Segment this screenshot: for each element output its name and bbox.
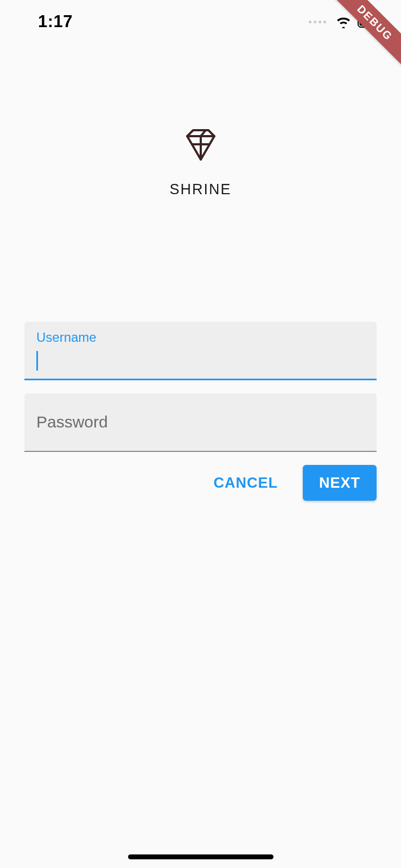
home-indicator	[128, 854, 273, 859]
login-screen: SHRINE Username Password CANCEL NEXT	[0, 0, 401, 501]
app-name: SHRINE	[169, 181, 231, 198]
password-label: Password	[36, 413, 108, 431]
username-label: Username	[36, 330, 97, 345]
password-field[interactable]: Password	[24, 393, 377, 452]
button-bar: CANCEL NEXT	[24, 465, 377, 501]
text-caret	[36, 351, 38, 371]
cancel-button[interactable]: CANCEL	[197, 465, 294, 501]
logo-block: SHRINE	[24, 128, 377, 198]
next-button[interactable]: NEXT	[303, 465, 377, 501]
username-field[interactable]: Username	[24, 322, 377, 380]
diamond-icon	[184, 128, 218, 162]
username-input[interactable]	[36, 347, 365, 369]
